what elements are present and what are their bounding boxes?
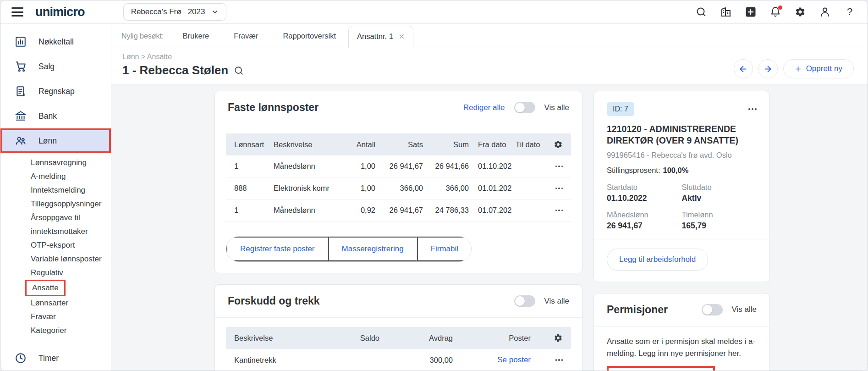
notifications-bell-icon[interactable] <box>769 6 781 18</box>
column-header: Saldo <box>324 334 379 343</box>
company-name: Rebecca's Frø <box>131 7 181 17</box>
notification-badge <box>778 6 782 10</box>
user-icon[interactable] <box>819 6 831 18</box>
vis-alle-toggle[interactable] <box>514 295 535 307</box>
row-menu-icon[interactable] <box>555 164 563 169</box>
cell-lonnsart: 1 <box>234 162 274 171</box>
cell-lonnsart: 1 <box>234 206 274 215</box>
breadcrumb-lonn[interactable]: Lønn <box>122 53 139 61</box>
stillingsprosent-line: Stillingsprosent:100,0% <box>607 166 757 175</box>
row-menu-icon[interactable] <box>555 208 563 213</box>
company-selector[interactable]: Rebecca's Frø 2023 <box>123 3 227 21</box>
sidebar-item-lonnsarter[interactable]: Lønnsarter <box>0 296 111 310</box>
sidebar-item-a-melding[interactable]: A-melding <box>0 170 111 183</box>
column-header: Lønnsart <box>234 140 274 149</box>
topbar-icons: ? <box>695 6 856 18</box>
permisjoner-description: Ansatte som er i permisjon skal meldes i… <box>607 336 757 360</box>
company-building-icon[interactable] <box>720 6 732 18</box>
tab-rapportoversikt[interactable]: Rapportoversikt <box>270 32 348 48</box>
sidebar: Nøkkeltall Salg Regnskap Bank <box>0 24 111 371</box>
sidebar-item-lonn[interactable]: Lønn <box>0 128 111 153</box>
main-area: Nylig besøkt: Brukere Fravær Rapportover… <box>111 24 868 371</box>
card-title: Permisjoner <box>607 304 668 316</box>
rediger-alle-link[interactable]: Rediger alle <box>463 103 505 112</box>
table-header-row: Lønnsart Beskrivelse Antall Sats Sum Fra… <box>226 133 571 155</box>
next-employee-button[interactable] <box>758 59 778 78</box>
column-settings-gear-icon[interactable] <box>531 333 563 343</box>
cell-sum: 366,00 <box>423 184 469 193</box>
card-menu-icon[interactable] <box>748 106 757 112</box>
sidebar-item-label: Nøkkeltall <box>38 37 74 47</box>
permisjoner-card: Permisjoner Vis alle Ansatte som er i pe… <box>593 293 770 371</box>
recent-label: Nylig besøkt: <box>121 32 170 48</box>
sidebar-item-lonnsavregning[interactable]: Lønnsavregning <box>0 156 111 170</box>
table-row[interactable]: Kantinetrekk 300,00 Se poster <box>226 349 571 371</box>
vis-alle-label: Vis alle <box>544 103 570 112</box>
sidebar-item-otp-eksport[interactable]: OTP-eksport <box>0 238 111 252</box>
sidebar-item-inntektsmelding[interactable]: Inntektsmelding <box>0 183 111 197</box>
search-icon[interactable] <box>695 6 707 18</box>
sidebar-item-ansatte[interactable]: Ansatte <box>0 280 111 296</box>
hamburger-menu-icon[interactable] <box>11 7 23 17</box>
stillingsprosent-label: Stillingsprosent: <box>607 166 660 174</box>
previous-employee-button[interactable] <box>734 59 753 78</box>
sidebar-item-salg[interactable]: Salg <box>0 54 111 79</box>
help-icon[interactable]: ? <box>844 6 856 18</box>
bank-icon <box>14 110 27 122</box>
tab-brukere[interactable]: Brukere <box>170 32 221 48</box>
column-settings-gear-icon[interactable] <box>549 140 563 149</box>
breadcrumb: Lønn > Ansatte <box>122 53 244 61</box>
column-header: Til dato <box>513 140 549 149</box>
table-row[interactable]: 888 Elektronisk komr 1,00 366,00 366,00 … <box>226 177 571 199</box>
recent-tabs-bar: Nylig besøkt: Brukere Fravær Rapportover… <box>111 24 868 48</box>
sidebar-item-regnskap[interactable]: Regnskap <box>0 79 111 104</box>
sidebar-item-kategorier[interactable]: Kategorier <box>0 324 111 338</box>
se-poster-link[interactable]: Se poster <box>453 355 531 365</box>
firmabil-button[interactable]: Firmabil <box>417 237 471 261</box>
cell-sats: 366,00 <box>375 184 423 193</box>
sidebar-item-bank[interactable]: Bank <box>0 104 111 128</box>
cell-beskrivelse: Elektronisk komr <box>274 184 342 193</box>
cell-antall: 1,00 <box>342 184 375 193</box>
sidebar-item-timer[interactable]: Timer <box>0 346 111 371</box>
breadcrumb-separator: > <box>141 53 145 61</box>
sidebar-item-regulativ[interactable]: Regulativ <box>0 266 111 280</box>
table-row[interactable]: 1 Månedslønn 1,00 26 941,67 26 941,66 01… <box>226 155 571 177</box>
plus-icon <box>795 66 802 72</box>
cell-sats: 26 941,67 <box>375 206 423 215</box>
close-icon[interactable] <box>399 33 405 39</box>
create-new-button[interactable]: Opprett ny <box>783 59 854 78</box>
breadcrumb-ansatte[interactable]: Ansatte <box>147 53 172 61</box>
vis-alle-toggle[interactable] <box>702 304 723 316</box>
cell-sum: 26 941,66 <box>423 162 469 171</box>
sidebar-item-arsoppgave[interactable]: Årsoppgave til inntektsmottaker <box>0 211 111 238</box>
tab-ansattnr-1[interactable]: Ansattnr. 1 <box>348 26 413 48</box>
content-area: Faste lønnsposter Rediger alle Vis alle … <box>111 84 868 371</box>
ansatte-annotation-box[interactable]: Ansatte <box>25 280 66 296</box>
registrer-faste-poster-button[interactable]: Registrer faste poster <box>226 237 328 261</box>
legg-til-arbeidsforhold-button[interactable]: Legg til arbeidsforhold <box>607 249 708 271</box>
row-menu-icon[interactable] <box>555 186 563 191</box>
sidebar-item-tilleggsopplysninger[interactable]: Tilleggsopplysninger <box>0 197 111 211</box>
sidebar-item-variable-lonnsposter[interactable]: Variable lønnsposter <box>0 252 111 266</box>
employee-search-icon[interactable] <box>234 66 244 76</box>
cell-fra-dato: 01.10.202 <box>469 162 513 171</box>
sidebar-item-label: Timer <box>38 354 59 363</box>
cell-sats: 26 941,67 <box>375 162 423 171</box>
clock-icon <box>14 352 27 365</box>
table-row[interactable]: 1 Månedslønn 0,92 26 941,67 24 786,33 01… <box>226 199 571 221</box>
sidebar-item-nokkeltall[interactable]: Nøkkeltall <box>0 29 111 54</box>
add-icon[interactable] <box>745 6 757 18</box>
column-header: Avdrag <box>379 334 453 343</box>
faste-actions-group: Registrer faste poster Masseregistrering… <box>226 236 472 262</box>
cell-fra-dato: 01.01.202 <box>469 184 513 193</box>
vis-alle-label: Vis alle <box>732 305 757 314</box>
settings-gear-icon[interactable] <box>794 6 806 18</box>
tab-fravar[interactable]: Fravær <box>221 32 270 48</box>
sidebar-item-fravar[interactable]: Fravær <box>0 310 111 324</box>
divider <box>594 239 769 239</box>
row-menu-icon[interactable] <box>555 357 563 363</box>
cell-sum: 24 786,33 <box>423 206 469 215</box>
masseregistrering-button[interactable]: Masseregistrering <box>328 237 417 261</box>
vis-alle-toggle[interactable] <box>514 102 535 113</box>
